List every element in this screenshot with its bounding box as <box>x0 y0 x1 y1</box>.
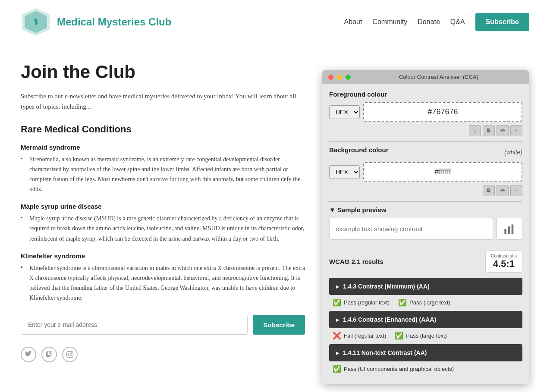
contrast-ratio-value: 4.5:1 <box>491 258 517 270</box>
fg-format-select[interactable]: HEX <box>329 105 360 119</box>
cca-column: Colour Contrast Analyser (CCA) Foregroun… <box>322 62 529 384</box>
condition-title-mermaid: Mermaid syndrome <box>21 144 305 151</box>
fail-icon-aaa-regular: ❌ <box>333 332 341 340</box>
sample-preview-area: example text showing contrast <box>329 218 522 240</box>
divider-3 <box>329 246 522 246</box>
nav-qa[interactable]: Q&A <box>450 18 465 26</box>
bg-help-tool[interactable]: ? <box>510 185 522 196</box>
bg-tools: ⚙ ✏ ? <box>329 185 522 196</box>
svg-text:⚕: ⚕ <box>33 16 38 27</box>
cca-titlebar: Colour Contrast Analyser (CCA) <box>322 70 529 84</box>
wcag-aa-large: ✅ Pass (large text) <box>398 298 450 307</box>
wcag-aa-large-text: Pass (large text) <box>409 299 450 306</box>
wcag-aa-regular: ✅ Pass (regular text) <box>333 298 390 307</box>
main-nav: About Community Donate Q&A Subscribe <box>344 13 529 31</box>
site-header: ⚕ Medical Mysteries Club About Community… <box>0 0 550 44</box>
cca-body: Foreground colour HEX ↕ ⚙ ✏ ? Background <box>322 84 529 384</box>
intro-text: Subscribe to our e-newsletter and have m… <box>21 91 305 112</box>
wcag-aaa-large-text: Pass (large text) <box>406 332 447 339</box>
wcag-accordion-aa-label: 1.4.3 Contrast (Minimum) (AA) <box>343 283 430 290</box>
window-minimize-button[interactable] <box>337 75 342 80</box>
wcag-accordion-nontext-label: 1.4.11 Non-text Contrast (AA) <box>343 349 427 356</box>
sample-preview-header: ▼ Sample preview <box>329 206 522 213</box>
contrast-ratio-label: Contrast ratio <box>491 254 517 258</box>
accordion-triangle-1: ▶ <box>336 284 339 289</box>
wcag-aaa-results: ❌ Fail (regular text) ✅ Pass (large text… <box>329 332 522 340</box>
window-close-button[interactable] <box>328 75 333 80</box>
fg-swap-tool[interactable]: ↕ <box>469 125 481 136</box>
condition-title-msud: Maple syrup urine disease <box>21 203 305 210</box>
svg-rect-4 <box>508 226 510 234</box>
bg-white-label: (white) <box>504 149 522 156</box>
pass-icon-nontext-ui: ✅ <box>333 365 341 373</box>
svg-rect-5 <box>512 224 514 234</box>
pass-icon-aaa-large: ✅ <box>395 332 403 340</box>
bg-pick-tool[interactable]: ✏ <box>497 185 509 196</box>
wcag-aa-results: ✅ Pass (regular text) ✅ Pass (large text… <box>329 298 522 307</box>
instagram-icon[interactable] <box>62 347 78 362</box>
bg-settings-tool[interactable]: ⚙ <box>483 185 495 196</box>
conditions-heading: Rare Medical Conditions <box>21 124 305 135</box>
foreground-row: HEX <box>329 102 522 122</box>
header-subscribe-button[interactable]: Subscribe <box>475 13 529 31</box>
email-field[interactable] <box>21 315 248 335</box>
window-maximize-button[interactable] <box>346 75 351 80</box>
fg-pick-tool[interactable]: ✏ <box>497 125 509 136</box>
cca-title: Colour Contrast Analyser (CCA) <box>354 74 523 80</box>
sample-preview-label: ▼ Sample preview <box>329 206 386 213</box>
wcag-nontext-ui: ✅ Pass (UI components and graphical obje… <box>333 365 454 373</box>
logo-area: ⚕ Medical Mysteries Club <box>21 7 171 37</box>
list-item: Klinefelter syndrome is a chromosomal va… <box>21 263 305 303</box>
bg-hex-input[interactable] <box>363 162 522 182</box>
pass-icon-aa-regular: ✅ <box>333 298 341 307</box>
subscribe-form-button[interactable]: Subscribe <box>253 315 305 335</box>
background-row: HEX <box>329 162 522 182</box>
page-heading: Join the Club <box>21 62 305 82</box>
nav-community[interactable]: Community <box>372 18 407 26</box>
wcag-accordion-aaa[interactable]: ▶ 1.4.6 Contrast (Enhanced) (AAA) <box>329 311 522 328</box>
condition-list-klinefelter: Klinefelter syndrome is a chromosomal va… <box>21 263 305 303</box>
condition-list-mermaid: Sirenomelia, also known as mermaid syndr… <box>21 154 305 194</box>
wcag-aa-regular-text: Pass (regular text) <box>344 299 390 306</box>
wcag-accordion-nontext[interactable]: ▶ 1.4.11 Non-text Contrast (AA) <box>329 344 522 361</box>
bg-format-select[interactable]: HEX <box>329 165 360 179</box>
wcag-accordion-aaa-label: 1.4.6 Contrast (Enhanced) (AAA) <box>343 316 436 323</box>
fg-help-tool[interactable]: ? <box>510 125 522 136</box>
list-item: Sirenomelia, also known as mermaid syndr… <box>21 154 305 194</box>
main-container: Join the Club Subscribe to our e-newslet… <box>0 44 550 392</box>
pass-icon-aa-large: ✅ <box>398 298 407 307</box>
list-item: Maple syrup urine disease (MSUD) is a ra… <box>21 213 305 243</box>
fg-settings-tool[interactable]: ⚙ <box>483 125 495 136</box>
svg-rect-3 <box>504 229 506 234</box>
twitter-icon[interactable] <box>21 347 36 362</box>
fg-tools: ↕ ⚙ ✏ ? <box>329 125 522 136</box>
wcag-aaa-regular-text: Fail (regular text) <box>344 332 386 339</box>
accordion-triangle-2: ▶ <box>336 317 339 322</box>
site-logo: ⚕ <box>21 7 51 37</box>
condition-title-klinefelter: Klinefelter syndrome <box>21 252 305 260</box>
twitch-icon[interactable] <box>41 347 57 362</box>
wcag-aaa-regular: ❌ Fail (regular text) <box>333 332 386 340</box>
wcag-accordion-aa[interactable]: ▶ 1.4.3 Contrast (Minimum) (AA) <box>329 278 522 295</box>
content-column: Join the Club Subscribe to our e-newslet… <box>21 62 305 384</box>
background-label: Background colour <box>329 146 389 154</box>
subscribe-form: Subscribe <box>21 315 305 335</box>
cca-window: Colour Contrast Analyser (CCA) Foregroun… <box>322 70 529 384</box>
fg-hex-input[interactable] <box>363 102 522 122</box>
accordion-triangle-3: ▶ <box>336 351 339 355</box>
nav-about[interactable]: About <box>344 18 362 26</box>
background-header-row: Background colour (white) <box>329 146 522 158</box>
divider-1 <box>329 141 522 142</box>
wcag-aaa-large: ✅ Pass (large text) <box>395 332 447 340</box>
wcag-nontext-ui-text: Pass (UI components and graphical object… <box>344 366 454 372</box>
wcag-results-header: WCAG 2.1 results Contrast ratio 4.5:1 <box>329 251 522 273</box>
nav-donate[interactable]: Donate <box>418 18 440 26</box>
contrast-ratio-box: Contrast ratio 4.5:1 <box>485 251 522 273</box>
wcag-nontext-results: ✅ Pass (UI components and graphical obje… <box>329 365 522 373</box>
condition-list-msud: Maple syrup urine disease (MSUD) is a ra… <box>21 213 305 243</box>
foreground-label: Foreground colour <box>329 91 522 98</box>
sample-text-box: example text showing contrast <box>329 218 493 240</box>
divider-2 <box>329 201 522 202</box>
sample-chart-button[interactable] <box>497 218 522 240</box>
site-title[interactable]: Medical Mysteries Club <box>57 16 171 28</box>
